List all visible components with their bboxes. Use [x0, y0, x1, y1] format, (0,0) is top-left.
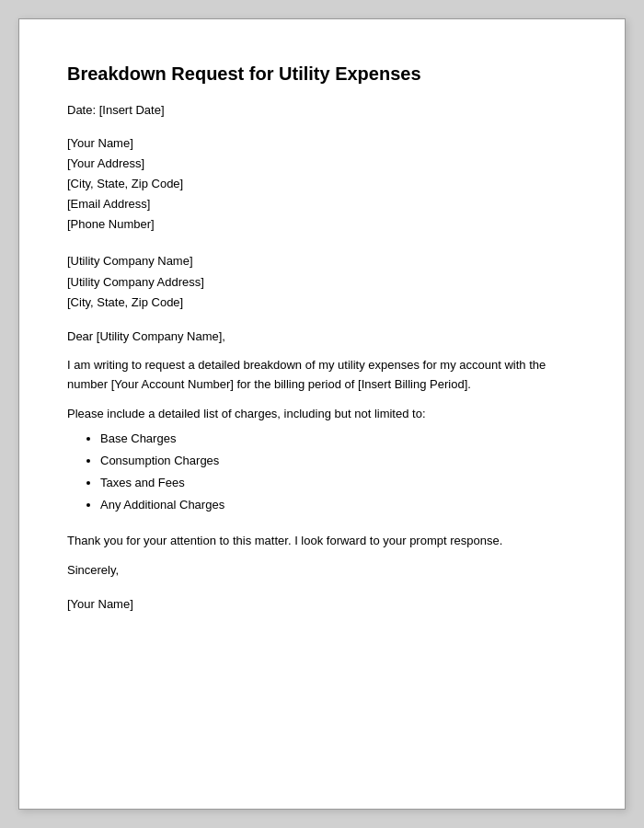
list-item: Base Charges: [100, 428, 577, 450]
signature-name: [Your Name]: [67, 597, 577, 611]
list-intro: Please include a detailed list of charge…: [67, 407, 577, 420]
body-paragraph-1: I am writing to request a detailed break…: [67, 356, 577, 395]
charges-list: Base ChargesConsumption ChargesTaxes and…: [100, 428, 577, 516]
list-item: Any Additional Charges: [100, 494, 577, 516]
sender-line2: [Your Address]: [67, 154, 577, 174]
sender-line1: [Your Name]: [67, 133, 577, 154]
sender-line4: [Email Address]: [67, 194, 577, 214]
recipient-block: [Utility Company Name] [Utility Company …: [67, 251, 577, 312]
recipient-line1: [Utility Company Name]: [67, 251, 577, 271]
document-date: Date: [Insert Date]: [67, 103, 577, 117]
salutation: Dear [Utility Company Name],: [67, 329, 577, 343]
document-title: Breakdown Request for Utility Expenses: [67, 63, 577, 85]
sender-line5: [Phone Number]: [67, 214, 577, 235]
sender-line3: [City, State, Zip Code]: [67, 174, 577, 194]
recipient-line2: [Utility Company Address]: [67, 272, 577, 293]
list-item: Taxes and Fees: [100, 472, 577, 494]
recipient-line3: [City, State, Zip Code]: [67, 293, 577, 313]
sincerely: Sincerely,: [67, 563, 577, 577]
document-container: Breakdown Request for Utility Expenses D…: [18, 18, 626, 810]
sender-block: [Your Name] [Your Address] [City, State,…: [67, 133, 577, 235]
closing-paragraph: Thank you for your attention to this mat…: [67, 532, 577, 551]
list-item: Consumption Charges: [100, 450, 577, 472]
